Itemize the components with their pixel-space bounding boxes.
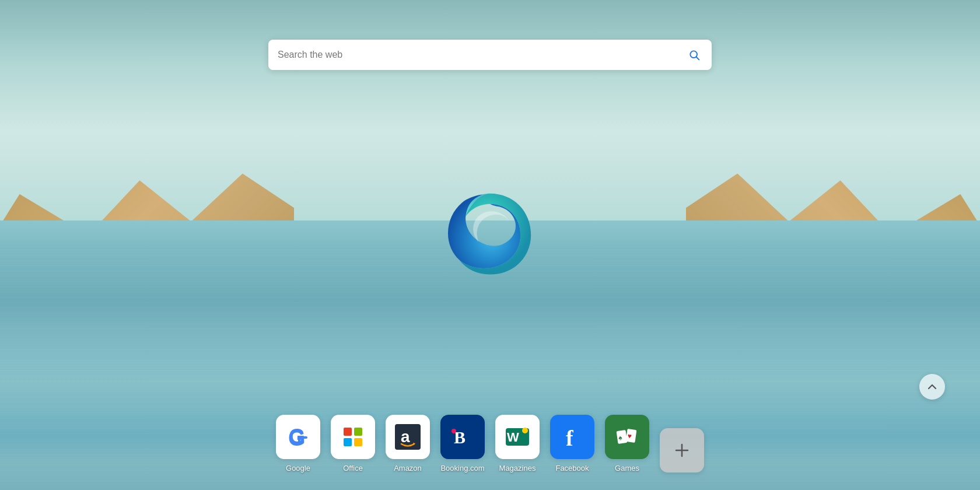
quick-link-google[interactable]: G G Google: [276, 415, 320, 473]
amazon-icon: a: [395, 424, 421, 450]
amazon-icon-container: a: [386, 415, 430, 459]
google-label: Google: [286, 464, 310, 473]
google-g-icon: G: [286, 425, 310, 449]
booking-label: Booking.com: [440, 464, 484, 473]
games-icon-container: ♠ ♥: [605, 415, 649, 459]
facebook-icon-container: f: [550, 415, 594, 459]
booking-icon: B: [448, 422, 477, 452]
facebook-icon: f: [558, 422, 587, 452]
svg-text:G: G: [288, 426, 306, 449]
games-icon: ♠ ♥: [612, 422, 642, 452]
office-icon: [340, 424, 366, 450]
scroll-up-button[interactable]: [919, 374, 945, 400]
svg-line-1: [696, 57, 699, 60]
quick-link-magazines[interactable]: W Magazines: [495, 415, 540, 473]
svg-rect-7: [354, 428, 362, 436]
quick-link-office[interactable]: Office: [331, 415, 375, 473]
games-label: Games: [615, 464, 639, 473]
svg-text:W: W: [507, 430, 519, 444]
svg-rect-9: [354, 438, 362, 446]
facebook-label: Facebook: [555, 464, 589, 473]
quick-link-booking[interactable]: B Booking.com: [440, 415, 485, 473]
magazines-icon: W: [503, 422, 532, 452]
search-button[interactable]: [686, 47, 702, 63]
svg-point-19: [522, 428, 528, 433]
office-label: Office: [343, 464, 363, 473]
magazines-icon-container: W: [495, 415, 540, 459]
google-icon-container: G G: [276, 415, 320, 459]
search-input[interactable]: [278, 50, 686, 60]
quick-link-facebook[interactable]: f Facebook: [550, 415, 594, 473]
add-site-item: [660, 428, 704, 473]
svg-point-15: [452, 429, 456, 433]
svg-text:a: a: [401, 428, 410, 446]
office-icon-container: [331, 415, 375, 459]
booking-icon-container: B: [440, 415, 485, 459]
svg-rect-6: [344, 428, 352, 436]
quick-links-bar: G G Google: [276, 415, 704, 473]
edge-logo: [438, 184, 542, 289]
chevron-up-icon: [927, 382, 937, 392]
search-box: [268, 40, 712, 70]
search-container: [268, 40, 712, 70]
magazines-label: Magazines: [499, 464, 536, 473]
search-icon: [688, 49, 700, 61]
quick-link-amazon[interactable]: a Amazon: [386, 415, 430, 473]
svg-text:f: f: [566, 426, 574, 450]
amazon-label: Amazon: [394, 464, 422, 473]
quick-link-games[interactable]: ♠ ♥ Games: [605, 415, 649, 473]
svg-rect-8: [344, 438, 352, 446]
add-site-button[interactable]: [660, 428, 704, 473]
plus-icon: [674, 442, 690, 459]
